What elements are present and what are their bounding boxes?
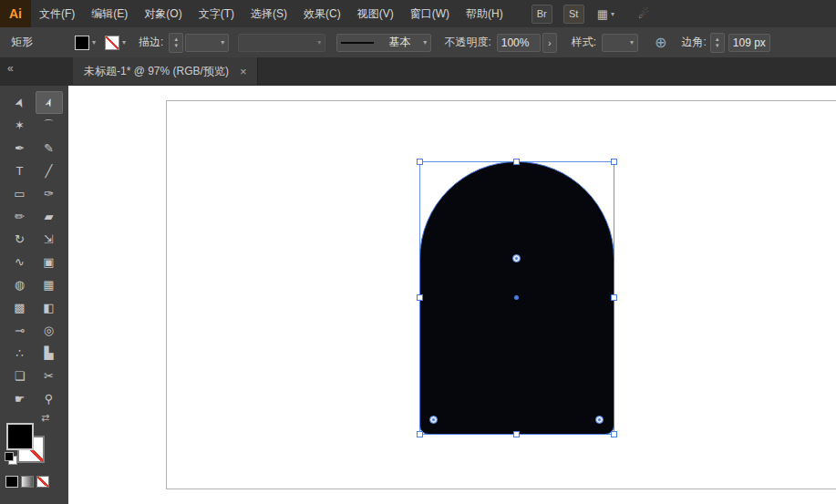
width-icon: ∿	[15, 255, 25, 269]
rectangle-tool[interactable]: ▭	[6, 182, 34, 205]
mesh-tool[interactable]: ▩	[6, 296, 34, 319]
arrange-documents-icon: ▦	[597, 7, 608, 21]
fill-color-swatch[interactable]	[75, 36, 89, 50]
magic-wand-tool[interactable]: ✶	[6, 114, 34, 137]
default-fill-stroke-icon[interactable]	[5, 452, 17, 463]
handle-top-right[interactable]	[611, 159, 617, 165]
selection-center-point[interactable]	[514, 295, 519, 300]
bridge-icon[interactable]: Br	[532, 5, 552, 24]
fill-swatch[interactable]	[6, 423, 34, 450]
document-tab-bar: « 未标题-1* @ 97% (RGB/预览) ×	[0, 57, 836, 87]
menu-effect[interactable]: 效果(C)	[295, 0, 349, 27]
menu-window[interactable]: 窗口(W)	[402, 0, 458, 27]
brush-definition-value: 基本	[389, 35, 411, 50]
gradient-mode-button[interactable]	[21, 476, 34, 488]
gradient-tool[interactable]: ◧	[36, 296, 63, 319]
chevron-down-icon: ▾	[317, 38, 321, 46]
stock-icon[interactable]: St	[563, 5, 584, 24]
lasso-icon: ⌒	[43, 118, 55, 134]
type-tool[interactable]: T	[6, 159, 34, 182]
collapse-panel-icon[interactable]: «	[7, 62, 14, 75]
flyout-arrow-icon: ›	[548, 37, 552, 48]
handle-middle-right[interactable]	[611, 294, 617, 301]
shape-builder-tool[interactable]: ◍	[6, 273, 34, 296]
menu-object[interactable]: 对象(O)	[136, 0, 190, 27]
menu-file[interactable]: 文件(F)	[31, 0, 83, 27]
brush-definition-dropdown[interactable]: 基本 ▾	[336, 34, 431, 52]
swap-fill-stroke-icon[interactable]: ⇄	[41, 412, 49, 424]
fill-caret-icon[interactable]: ▾	[92, 38, 96, 46]
corner-radius-field[interactable]: 109 px	[728, 34, 770, 52]
perspective-grid-icon: ▦	[43, 278, 54, 292]
shape-builder-icon: ◍	[15, 278, 25, 292]
column-graph-tool[interactable]: ▙	[36, 342, 63, 365]
scale-icon: ⇲	[44, 232, 54, 246]
artboard-tool[interactable]: ❏	[6, 365, 34, 387]
corner-radius-widget-top[interactable]	[512, 254, 521, 262]
blend-tool[interactable]: ◎	[36, 319, 63, 342]
close-icon[interactable]: ×	[240, 65, 247, 78]
stroke-weight-stepper[interactable]: ▴ ▾	[169, 33, 183, 53]
type-icon: T	[16, 164, 24, 178]
app-logo-icon: Ai	[0, 0, 31, 27]
direct-selection-tool[interactable]: ➢	[36, 91, 63, 114]
tools-grid: ➤ ➢ ✶ ⌒ ✒ ✎ T ╱ ▭ ✑ ✏ ▰ ↻ ⇲ ∿ ▣ ◍ ▦ ▩ ◧ …	[0, 86, 68, 410]
handle-bottom-left[interactable]	[417, 431, 423, 437]
pen-tool[interactable]: ✒	[6, 137, 34, 159]
handle-bottom-center[interactable]	[513, 431, 520, 437]
opacity-label: 不透明度:	[444, 35, 490, 50]
corner-radius-widget-bottom-left[interactable]	[429, 416, 438, 424]
globe-icon[interactable]: ⊕	[655, 34, 666, 51]
stroke-caret-icon[interactable]: ▾	[122, 38, 126, 46]
menu-type[interactable]: 文字(T)	[191, 0, 243, 27]
gradient-icon: ◧	[43, 301, 54, 314]
stroke-weight-dropdown[interactable]: ▾	[185, 34, 229, 52]
mesh-icon: ▩	[14, 301, 25, 314]
hand-tool[interactable]: ☛	[6, 387, 34, 410]
none-mode-button[interactable]	[36, 476, 49, 488]
corner-radius-stepper[interactable]: ▴ ▾	[710, 33, 725, 53]
slice-tool[interactable]: ✂	[36, 365, 63, 387]
gpu-performance-icon[interactable]: ☄	[638, 7, 649, 21]
handle-top-left[interactable]	[417, 159, 423, 165]
handle-middle-left[interactable]	[417, 294, 423, 301]
menu-edit[interactable]: 编辑(E)	[83, 0, 136, 27]
shaper-tool[interactable]: ✏	[6, 205, 34, 228]
scale-tool[interactable]: ⇲	[36, 228, 63, 251]
zoom-tool[interactable]: ⚲	[36, 387, 63, 410]
arrange-documents-button[interactable]: ▦ ▾	[597, 7, 614, 21]
color-mode-button[interactable]	[5, 476, 18, 488]
current-tool-label: 矩形	[11, 35, 33, 50]
selection-tool[interactable]: ➤	[6, 91, 34, 114]
document-tab[interactable]: 未标题-1* @ 97% (RGB/预览) ×	[73, 57, 258, 85]
opacity-flyout-button[interactable]: ›	[542, 33, 557, 53]
line-segment-tool[interactable]: ╱	[36, 159, 63, 182]
style-label: 样式:	[572, 35, 596, 50]
handle-bottom-right[interactable]	[611, 431, 617, 437]
stepper-down-icon[interactable]: ▾	[175, 43, 179, 49]
perspective-grid-tool[interactable]: ▦	[36, 273, 63, 296]
opacity-dropdown[interactable]: 100%	[497, 34, 541, 52]
stepper-down-icon[interactable]: ▾	[716, 43, 719, 49]
style-dropdown[interactable]: ▾	[602, 34, 638, 52]
menu-view[interactable]: 视图(V)	[349, 0, 402, 27]
free-transform-icon: ▣	[43, 255, 54, 269]
handle-top-center[interactable]	[513, 159, 520, 165]
symbol-sprayer-tool[interactable]: ∴	[6, 342, 34, 365]
chevron-down-icon: ▾	[611, 10, 614, 18]
corner-radius-widget-bottom-right[interactable]	[595, 416, 604, 424]
curvature-tool[interactable]: ✎	[36, 137, 63, 159]
eraser-tool[interactable]: ▰	[36, 205, 63, 228]
width-profile-dropdown[interactable]: ▾	[238, 34, 325, 52]
rotate-tool[interactable]: ↻	[6, 228, 34, 251]
free-transform-tool[interactable]: ▣	[36, 251, 63, 273]
width-tool[interactable]: ∿	[6, 251, 34, 273]
stroke-color-swatch[interactable]	[105, 36, 119, 50]
paintbrush-icon: ✑	[44, 187, 54, 201]
paintbrush-tool[interactable]: ✑	[36, 182, 63, 205]
lasso-tool[interactable]: ⌒	[36, 114, 63, 137]
eyedropper-tool[interactable]: ⊸	[6, 319, 34, 342]
menu-select[interactable]: 选择(S)	[243, 0, 295, 27]
menu-help[interactable]: 帮助(H)	[458, 0, 511, 27]
symbol-sprayer-icon: ∴	[15, 346, 23, 360]
